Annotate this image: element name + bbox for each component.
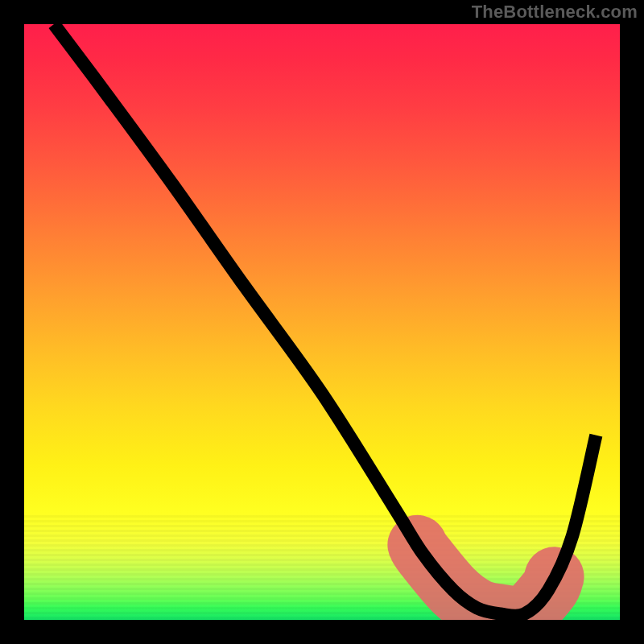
curve-svg: [24, 24, 620, 620]
chart-frame: TheBottleneck.com: [0, 0, 644, 644]
bottleneck-curve-path: [54, 24, 596, 616]
plot-area: [24, 24, 620, 620]
watermark-text: TheBottleneck.com: [472, 2, 638, 23]
